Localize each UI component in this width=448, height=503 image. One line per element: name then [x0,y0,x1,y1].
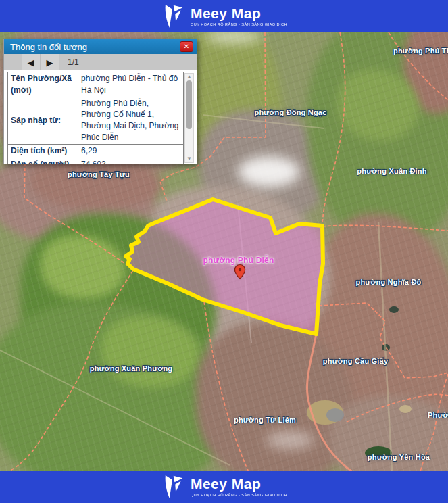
ward-label-yen-hoa: phường Yên Hòa [368,453,430,461]
popup-scrollbar[interactable]: ▲ ▼ [184,73,194,163]
scrollbar-thumb[interactable] [186,80,192,129]
row-value: 74.603 [78,158,184,164]
pond [399,405,412,413]
ward-label-tu-liem: phường Từ Liêm [234,416,296,424]
row-value: Phường Phú Diễn, Phường Cổ Nhuế 1, Phườn… [78,97,184,144]
brand-name: Meey Map [191,477,287,491]
popup-title: Thông tin đối tượng [10,42,87,52]
brand-tagline: QUY HOẠCH RÕ RÀNG - SẴN SÀNG GIAO DỊCH [191,22,287,26]
ward-label-cau-giay: phường Cầu Giấy [323,357,388,365]
next-feature-button[interactable]: ▶ [41,54,59,70]
meeymap-logo-icon [161,3,184,29]
feature-info-popup: Thông tin đối tượng ✕ ◀ ▶ 1/1 Tên Phường… [3,39,197,164]
ward-label-nghia-do: phường Nghĩa Đô [356,278,422,286]
meeymap-logo-icon [161,474,184,500]
scroll-up-icon[interactable]: ▲ [185,74,193,80]
row-label: Sáp nhập từ: [8,97,78,144]
pagination-label: 1/1 [68,57,79,67]
app-header: Meey Map QUY HOẠCH RÕ RÀNG - SẴN SÀNG GI… [0,0,448,32]
pond [389,306,399,313]
table-row: Diện tích (km²) 6,29 [8,144,184,158]
row-label: Tên Phường/Xã (mới) [8,72,78,97]
lake [326,408,344,422]
table-row: Sáp nhập từ: Phường Phú Diễn, Phường Cổ … [8,97,184,144]
table-row: Tên Phường/Xã (mới) phường Phú Diễn - Th… [8,72,184,97]
ward-label-tay-tuu: phường Tây Tựu [68,170,130,178]
popup-body: Tên Phường/Xã (mới) phường Phú Diễn - Th… [4,70,197,164]
map-canvas[interactable]: phường Phú Thư phường Đông Ngạc phường X… [0,32,448,471]
ward-label-xuan-dinh: phường Xuân Đỉnh [357,167,426,175]
scroll-down-icon[interactable]: ▼ [185,156,193,162]
ward-label-xuan-phuong: phường Xuân Phương [90,364,173,373]
popup-title-bar: Thông tin đối tượng ✕ [4,39,197,54]
ward-label-right-clipped: Phường [428,411,448,419]
row-label: Diện tích (km²) [8,144,78,158]
ward-label-phu-dien-selected: phường Phú Diễn [203,256,274,265]
row-value: 6,29 [78,144,184,158]
ward-label-dong-ngac: phường Đông Ngạc [255,108,327,116]
ward-label-phu-thuong: phường Phú Thư [393,47,448,55]
row-label: Dân số (người) [8,158,78,164]
selected-ward-polygon[interactable] [126,199,323,334]
feature-info-table: Tên Phường/Xã (mới) phường Phú Diễn - Th… [7,72,184,164]
table-row: Dân số (người) 74.603 [8,158,184,164]
app-footer: Meey Map QUY HOẠCH RÕ RÀNG - SẴN SÀNG GI… [0,471,448,503]
close-icon[interactable]: ✕ [180,41,193,52]
meeymap-app: Meey Map QUY HOẠCH RÕ RÀNG - SẴN SÀNG GI… [0,0,448,503]
brand-name: Meey Map [191,6,287,20]
popup-pagination-bar: ◀ ▶ 1/1 [4,54,197,70]
row-value: phường Phú Diễn - Thủ đô Hà Nội [78,72,184,97]
prev-feature-button[interactable]: ◀ [22,54,41,70]
brand-tagline: QUY HOẠCH RÕ RÀNG - SẴN SÀNG GIAO DỊCH [191,493,287,497]
